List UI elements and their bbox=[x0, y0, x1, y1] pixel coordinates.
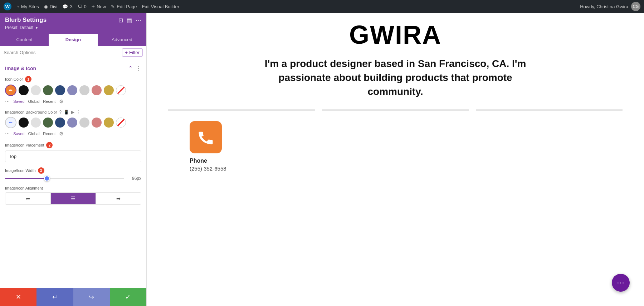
placement-label: Image/Icon Placement 2 bbox=[5, 142, 141, 148]
icon-color-swatch-lavender[interactable] bbox=[67, 85, 77, 95]
sidebar: Blurb Settings ⊡ ▤ ⋯ Preset: Default ▼ C… bbox=[0, 13, 147, 306]
comments-icon: 💬 bbox=[62, 4, 68, 9]
chat-link[interactable]: 🗨 0 bbox=[78, 4, 87, 9]
divider-left bbox=[168, 110, 315, 110]
icon-color-swatch-lightgray[interactable] bbox=[79, 85, 89, 95]
divi-link[interactable]: ◉ Divi bbox=[44, 4, 58, 9]
icon-color-swatch-black[interactable] bbox=[19, 85, 29, 95]
section-more-icon[interactable]: ⋮ bbox=[136, 65, 141, 72]
width-slider-row: 96px bbox=[5, 176, 141, 181]
mysites-icon: ⌂ bbox=[16, 4, 19, 9]
section-controls: ⌃ ⋮ bbox=[128, 65, 141, 72]
filter-button[interactable]: + Filter bbox=[122, 48, 143, 57]
expand-icon[interactable]: ⊡ bbox=[118, 17, 123, 24]
bg-color-global: Global bbox=[28, 132, 40, 136]
icon-color-field: Icon Color 1 ✒ bbox=[5, 76, 141, 105]
align-left-button[interactable]: ⬅ bbox=[5, 193, 51, 204]
width-slider-track[interactable] bbox=[5, 178, 124, 179]
main-content: GWIRA I'm a product designer based in Sa… bbox=[147, 13, 644, 306]
icon-color-swatch-darkgreen[interactable] bbox=[43, 85, 53, 95]
bg-color-question-icon[interactable]: ? bbox=[59, 110, 62, 115]
comments-link[interactable]: 💬 3 bbox=[62, 4, 72, 9]
confirm-button[interactable]: ✓ bbox=[110, 288, 146, 306]
sidebar-title-row: Blurb Settings ⊡ ▤ ⋯ bbox=[5, 16, 141, 24]
placement-select[interactable]: Top Left Right Bottom bbox=[5, 150, 141, 162]
edit-page-link[interactable]: ✎ Edit Page bbox=[111, 4, 137, 9]
new-button[interactable]: + New bbox=[92, 3, 106, 10]
image-icon-section-title: Image & Icon bbox=[5, 66, 36, 71]
bg-color-expand-icon[interactable]: ··· bbox=[5, 130, 10, 137]
chat-count: 0 bbox=[84, 4, 87, 9]
cancel-button[interactable]: ✕ bbox=[0, 288, 36, 306]
preset-arrow-icon: ▼ bbox=[35, 26, 38, 30]
edit-page-label: Edit Page bbox=[117, 4, 137, 9]
alignment-buttons: ⬅ ☰ ➡ bbox=[5, 192, 141, 205]
divi-icon: ◉ bbox=[44, 4, 48, 9]
bg-color-label-text: Image/Icon Background Color bbox=[5, 110, 57, 114]
bg-color-pointer-icon[interactable]: ▶ bbox=[71, 110, 74, 115]
bg-color-swatch-white[interactable] bbox=[31, 118, 41, 128]
edit-icon: ✎ bbox=[111, 4, 115, 9]
undo-button[interactable]: ↩ bbox=[36, 288, 73, 306]
page-title: GWIRA bbox=[168, 20, 623, 49]
bg-color-saved: Saved bbox=[13, 132, 24, 136]
color-expand-icon[interactable]: ··· bbox=[5, 98, 10, 105]
filter-plus-icon: + bbox=[125, 50, 128, 55]
icon-color-swatch-navy[interactable] bbox=[55, 85, 65, 95]
bg-color-swatch-black[interactable] bbox=[19, 118, 29, 128]
contact-block: Phone (255) 352-6558 bbox=[168, 121, 623, 172]
plus-icon: + bbox=[92, 3, 95, 10]
exit-visual-builder-link[interactable]: Exit Visual Builder bbox=[142, 4, 180, 9]
columns-icon[interactable]: ▤ bbox=[127, 17, 132, 24]
tab-design[interactable]: Design bbox=[49, 34, 97, 46]
bg-color-swatch-lavender[interactable] bbox=[67, 118, 77, 128]
sidebar-preset[interactable]: Preset: Default ▼ bbox=[5, 25, 141, 30]
redo-icon: ↪ bbox=[89, 293, 94, 301]
icon-color-swatch-gold[interactable] bbox=[104, 85, 114, 95]
tab-content[interactable]: Content bbox=[0, 34, 49, 46]
bg-color-swatch-clear[interactable] bbox=[116, 118, 126, 128]
bg-color-mobile-icon[interactable]: 📱 bbox=[64, 110, 69, 115]
bg-color-label-row: Image/Icon Background Color ? 📱 ▶ ⋮ bbox=[5, 110, 141, 115]
align-right-button[interactable]: ➡ bbox=[96, 193, 141, 204]
more-icon[interactable]: ⋯ bbox=[136, 17, 141, 24]
sidebar-content: Image & Icon ⌃ ⋮ Icon Color 1 ✒ bbox=[0, 59, 146, 288]
sidebar-title: Blurb Settings bbox=[5, 16, 47, 24]
redo-button[interactable]: ↪ bbox=[73, 288, 110, 306]
icon-color-gear-icon[interactable]: ⚙ bbox=[59, 99, 64, 104]
icon-color-swatch-white[interactable] bbox=[31, 85, 41, 95]
phone-value: (255) 352-6558 bbox=[190, 166, 226, 172]
alignment-label-text: Image/Icon Alignment bbox=[5, 186, 43, 190]
wp-logo[interactable]: W bbox=[4, 3, 11, 10]
icon-color-saved: Saved bbox=[13, 99, 24, 104]
icon-color-eyedropper[interactable]: ✒ bbox=[5, 85, 16, 96]
my-sites-link[interactable]: ⌂ My Sites bbox=[16, 4, 39, 9]
bg-color-swatch-pink[interactable] bbox=[92, 118, 102, 128]
collapse-icon[interactable]: ⌃ bbox=[128, 65, 133, 72]
main-layout: Blurb Settings ⊡ ▤ ⋯ Preset: Default ▼ C… bbox=[0, 13, 644, 306]
width-label: Image/Icon Width 3 bbox=[5, 167, 141, 174]
cancel-icon: ✕ bbox=[16, 293, 21, 301]
floating-menu-button[interactable]: ··· bbox=[612, 274, 630, 292]
tab-advanced[interactable]: Advanced bbox=[98, 34, 146, 46]
bg-color-more-icon[interactable]: ⋮ bbox=[77, 110, 81, 115]
width-badge: 3 bbox=[38, 167, 44, 174]
icon-color-swatch-pink[interactable] bbox=[92, 85, 102, 95]
icon-color-swatches: ✒ bbox=[5, 85, 141, 96]
align-center-button[interactable]: ☰ bbox=[51, 193, 96, 204]
bg-color-swatch-gold[interactable] bbox=[104, 118, 114, 128]
bg-color-swatch-darkgreen[interactable] bbox=[43, 118, 53, 128]
bg-color-swatch-lightgray[interactable] bbox=[79, 118, 89, 128]
sidebar-actions: ✕ ↩ ↪ ✓ bbox=[0, 288, 146, 306]
preset-label: Preset: Default bbox=[5, 25, 33, 30]
width-label-text: Image/Icon Width bbox=[5, 168, 36, 173]
icon-color-swatch-clear[interactable] bbox=[116, 85, 126, 95]
alignment-label: Image/Icon Alignment bbox=[5, 186, 141, 190]
bg-color-eyedropper[interactable]: ✒ bbox=[5, 117, 16, 128]
bg-color-swatches: ✒ bbox=[5, 117, 141, 128]
bg-color-gear-icon[interactable]: ⚙ bbox=[59, 131, 64, 137]
phone-label: Phone bbox=[190, 158, 207, 164]
width-slider-thumb[interactable] bbox=[44, 176, 50, 181]
search-input[interactable] bbox=[4, 50, 120, 55]
bg-color-swatch-navy[interactable] bbox=[55, 118, 65, 128]
